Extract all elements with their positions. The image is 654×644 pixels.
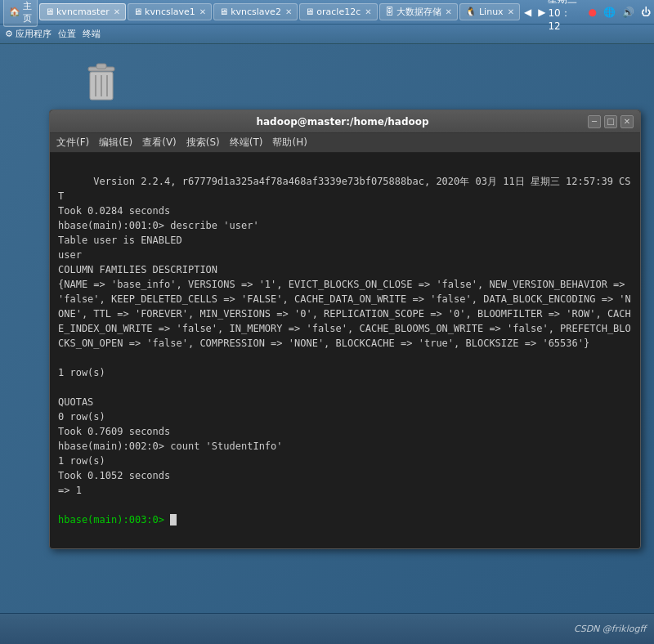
tab-label-bigdata: 大数据存储: [396, 6, 441, 18]
places-menu[interactable]: 位置: [58, 28, 76, 40]
tab-close-bigdata[interactable]: ✕: [446, 7, 452, 16]
trash-graphic: [82, 60, 121, 106]
tab-bigdata[interactable]: 🗄大数据存储✕: [379, 3, 458, 20]
arrow-left[interactable]: ◀: [522, 6, 534, 19]
tab-linux[interactable]: 🐧Linux✕: [459, 3, 520, 20]
network-icon: 🌐: [603, 7, 616, 18]
datetime: 星期三 10：12: [548, 0, 581, 32]
terminal-prompt: hbase(main):003:0>: [58, 514, 170, 525]
tab-kvncslave1[interactable]: 🖥kvncslave1✕: [128, 3, 212, 20]
taskbar-left: 🏠 主页 🖥kvncmaster✕🖥kvncslave1✕🖥kvncslave2…: [3, 0, 548, 27]
home-icon: 🏠: [9, 7, 20, 17]
menu-search[interactable]: 搜索(S): [186, 136, 220, 150]
terminal-cursor: [170, 514, 177, 525]
tab-label-oracle12c: oracle12c: [316, 7, 361, 17]
taskbar-top: 🏠 主页 🖥kvncmaster✕🖥kvncslave1✕🖥kvncslave2…: [0, 0, 654, 25]
maximize-button[interactable]: □: [604, 115, 617, 128]
tab-close-linux[interactable]: ✕: [508, 7, 514, 16]
menu-help[interactable]: 帮助(H): [272, 136, 307, 150]
places-label: 位置: [58, 28, 76, 40]
terminal-menu-bar: 文件(F) 编辑(E) 查看(V) 搜索(S) 终端(T) 帮助(H): [50, 133, 640, 153]
minimize-button[interactable]: ─: [588, 115, 601, 128]
tab-kvncslave2[interactable]: 🖥kvncslave2✕: [213, 3, 298, 20]
tab-icon-kvncslave2: 🖥: [219, 7, 228, 17]
terminal-title: hadoop@master:/home/hadoop: [97, 116, 588, 127]
close-button[interactable]: ✕: [620, 115, 634, 128]
tab-close-oracle12c[interactable]: ✕: [365, 7, 371, 16]
menu-file[interactable]: 文件(F): [56, 136, 89, 150]
terminal-label: 终端: [83, 28, 101, 40]
trash-icon[interactable]: [82, 60, 121, 106]
watermark: CSDN @friklogff: [574, 624, 646, 634]
terminal-window: hadoop@master:/home/hadoop ─ □ ✕ 文件(F) 编…: [49, 110, 641, 549]
dot-indicator: ●: [589, 7, 597, 18]
apps-menu[interactable]: ⚙ 应用程序: [5, 28, 52, 40]
tabs-container: 🖥kvncmaster✕🖥kvncslave1✕🖥kvncslave2✕🖥ora…: [39, 3, 520, 20]
tab-close-kvncslave2[interactable]: ✕: [285, 7, 292, 16]
tab-icon-kvncslave1: 🖥: [133, 7, 142, 17]
terminal-content: Version 2.2.4, r67779d1a325a4f78a468af33…: [58, 176, 631, 496]
home-label: 主页: [23, 0, 32, 25]
apps-label: 应用程序: [16, 28, 52, 40]
apps-icon: ⚙: [5, 29, 13, 39]
tab-icon-bigdata: 🗄: [385, 7, 394, 17]
terminal-body[interactable]: Version 2.2.4, r67779d1a325a4f78a468af33…: [50, 153, 640, 548]
arrow-right[interactable]: ▶: [535, 6, 548, 19]
tab-icon-kvncmaster: 🖥: [45, 7, 54, 17]
menu-view[interactable]: 查看(V): [142, 136, 177, 150]
tab-close-kvncmaster[interactable]: ✕: [114, 7, 120, 16]
desktop: hadoop@master:/home/hadoop ─ □ ✕ 文件(F) 编…: [0, 44, 654, 613]
tab-arrows: ◀ ▶: [522, 6, 548, 19]
svg-rect-1: [96, 64, 106, 69]
volume-icon: 🔊: [622, 7, 634, 18]
tab-icon-oracle12c: 🖥: [305, 7, 314, 17]
tab-label-kvncslave2: kvncslave2: [231, 7, 281, 17]
power-icon: ⏻: [641, 7, 651, 18]
taskbar-bottom: CSDN @friklogff: [0, 613, 654, 644]
taskbar-right: 星期三 10：12 ● 🌐 🔊 ⏻: [548, 0, 651, 32]
tab-label-linux: Linux: [479, 7, 504, 17]
terminal-menu-btn[interactable]: 终端: [83, 28, 101, 40]
menu-edit[interactable]: 编辑(E): [99, 136, 132, 150]
wm-buttons: ─ □ ✕: [588, 115, 634, 128]
tab-label-kvncslave1: kvncslave1: [145, 7, 195, 17]
tab-label-kvncmaster: kvncmaster: [56, 7, 110, 17]
terminal-titlebar: hadoop@master:/home/hadoop ─ □ ✕: [50, 110, 640, 133]
tab-oracle12c[interactable]: 🖥oracle12c✕: [299, 3, 377, 20]
menu-terminal[interactable]: 终端(T): [230, 136, 263, 150]
tab-kvncmaster[interactable]: 🖥kvncmaster✕: [39, 3, 126, 20]
home-tab[interactable]: 🏠 主页: [3, 0, 38, 27]
tab-icon-linux: 🐧: [465, 7, 477, 17]
tab-close-kvncslave1[interactable]: ✕: [199, 7, 206, 16]
